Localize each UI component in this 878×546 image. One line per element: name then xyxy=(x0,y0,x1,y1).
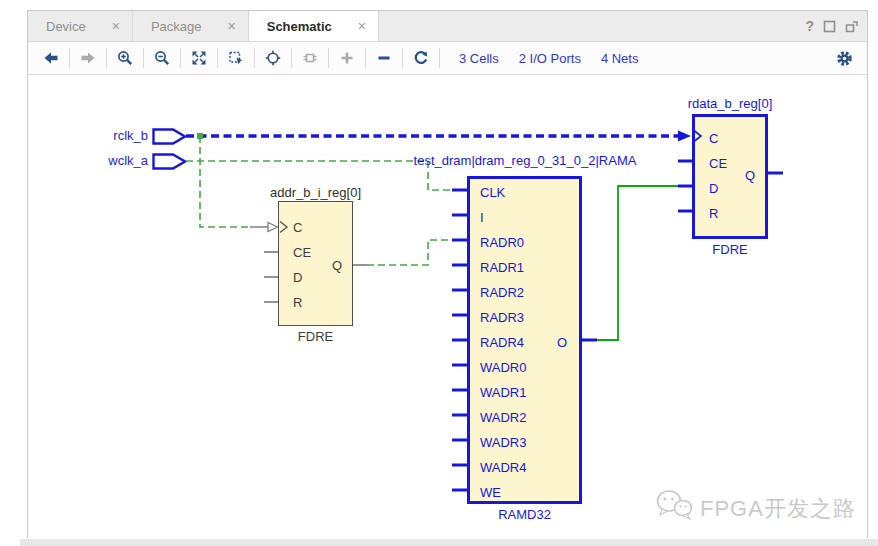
tab-package[interactable]: Package × xyxy=(133,11,249,41)
pin-label-wadr4[interactable]: WADR4 xyxy=(480,459,526,477)
window-shadow xyxy=(20,539,878,546)
net-ram-o[interactable] xyxy=(596,186,679,340)
pin-label-r[interactable]: R xyxy=(709,205,718,223)
pin-label-i[interactable]: I xyxy=(480,209,484,227)
chip-icon xyxy=(302,50,318,66)
pin-label-radr0[interactable]: RADR0 xyxy=(480,234,524,252)
toolbar-separator xyxy=(254,48,255,68)
forward-arrow-icon xyxy=(80,50,96,66)
zoom-in-icon xyxy=(117,50,133,66)
cell-title-rdata-b-reg[interactable]: rdata_b_reg[0] xyxy=(650,96,810,112)
tab-bar: Device × Package × Schematic × ? xyxy=(28,11,867,42)
toolbar-separator xyxy=(291,48,292,68)
cell-title-ram[interactable]: test_dram|dram_reg_0_31_0_2|RAMA xyxy=(389,153,661,169)
net-open-arrowhead xyxy=(268,223,278,232)
tab-device[interactable]: Device × xyxy=(28,11,133,41)
pin-label-wadr3[interactable]: WADR3 xyxy=(480,434,526,452)
cell-rdata-b-reg[interactable]: C CE D R Q xyxy=(692,114,768,239)
input-port-wclk-a[interactable] xyxy=(152,153,187,170)
maximize-icon[interactable] xyxy=(823,20,836,33)
minus-icon xyxy=(376,50,392,66)
cell-type-fdre: FDRE xyxy=(278,329,353,345)
back-button[interactable] xyxy=(38,46,64,70)
pin-label-wadr0[interactable]: WADR0 xyxy=(480,359,526,377)
port-label-wclk-a[interactable]: wclk_a xyxy=(68,153,148,169)
close-icon[interactable]: × xyxy=(228,18,236,34)
settings-button[interactable] xyxy=(831,46,857,70)
port-label-rclk-b[interactable]: rclk_b xyxy=(68,128,148,144)
cells-link[interactable]: 3 Cells xyxy=(459,51,499,66)
wechat-icon xyxy=(654,488,696,522)
pin-label-clk[interactable]: CLK xyxy=(480,184,505,202)
tab-package-label: Package xyxy=(151,19,202,34)
cell-addr-b-i-reg[interactable]: C CE D R Q xyxy=(278,201,353,326)
add-button[interactable] xyxy=(334,46,360,70)
zoom-out-icon xyxy=(154,50,170,66)
schematic-window: Device × Package × Schematic × ? xyxy=(27,10,868,538)
pin-label-ce[interactable]: CE xyxy=(709,155,727,173)
toolbar-separator xyxy=(180,48,181,68)
pin-label-q[interactable]: Q xyxy=(332,257,342,275)
schematic-canvas[interactable]: rclk_b wclk_a C CE D R Q addr_b_i_reg[0]… xyxy=(28,75,867,538)
io-ports-link[interactable]: 2 I/O Ports xyxy=(519,51,581,66)
pin-label-wadr1[interactable]: WADR1 xyxy=(480,384,526,402)
pin-label-d[interactable]: D xyxy=(293,269,302,287)
net-addr-q[interactable] xyxy=(367,240,452,265)
net-arrowhead xyxy=(678,131,691,142)
expand-cone-button[interactable] xyxy=(297,46,323,70)
remove-button[interactable] xyxy=(371,46,397,70)
help-icon[interactable]: ? xyxy=(805,18,814,34)
zoom-selection-button[interactable] xyxy=(223,46,249,70)
pin-label-we[interactable]: WE xyxy=(480,484,501,502)
pin-label-o[interactable]: O xyxy=(557,334,567,352)
pin-label-c[interactable]: C xyxy=(709,130,718,148)
autofit-crosshair-icon xyxy=(265,50,281,66)
window-controls: ? xyxy=(805,11,859,41)
zoom-in-button[interactable] xyxy=(112,46,138,70)
toolbar-separator xyxy=(143,48,144,68)
pin-label-radr4[interactable]: RADR4 xyxy=(480,334,524,352)
cell-ram-rama[interactable]: CLK I RADR0 RADR1 RADR2 RADR3 RADR4 WADR… xyxy=(467,176,582,504)
pin-label-radr2[interactable]: RADR2 xyxy=(480,284,524,302)
pin-label-q[interactable]: Q xyxy=(745,167,755,185)
toolbar-stats: 3 Cells 2 I/O Ports 4 Nets xyxy=(459,51,638,66)
input-port-rclk-b[interactable] xyxy=(152,128,187,145)
toolbar-separator xyxy=(106,48,107,68)
zoom-fit-button[interactable] xyxy=(186,46,212,70)
regenerate-button[interactable] xyxy=(408,46,434,70)
pin-label-wadr2[interactable]: WADR2 xyxy=(480,409,526,427)
refresh-icon xyxy=(413,50,429,66)
pin-label-radr1[interactable]: RADR1 xyxy=(480,259,524,277)
pin-label-c[interactable]: C xyxy=(293,219,302,237)
zoom-selection-icon xyxy=(228,50,244,66)
close-icon[interactable]: × xyxy=(358,18,366,34)
toolbar-separator xyxy=(69,48,70,68)
float-icon[interactable] xyxy=(845,19,859,33)
page: Device × Package × Schematic × ? xyxy=(0,0,878,546)
cell-type-fdre: FDRE xyxy=(692,242,768,258)
pin-label-ce[interactable]: CE xyxy=(293,244,311,262)
close-icon[interactable]: × xyxy=(112,18,120,34)
zoom-out-button[interactable] xyxy=(149,46,175,70)
toolbar-separator xyxy=(402,48,403,68)
tab-schematic-label: Schematic xyxy=(267,19,332,34)
cell-title-addr-b-i-reg[interactable]: addr_b_i_reg[0] xyxy=(238,185,393,201)
nets-link[interactable]: 4 Nets xyxy=(601,51,639,66)
toolbar-separator xyxy=(217,48,218,68)
pin-label-radr3[interactable]: RADR3 xyxy=(480,309,524,327)
toolbar: 3 Cells 2 I/O Ports 4 Nets xyxy=(28,42,867,75)
toolbar-separator xyxy=(439,48,440,68)
tab-schematic[interactable]: Schematic × xyxy=(249,11,379,41)
gear-icon xyxy=(836,50,853,67)
forward-button[interactable] xyxy=(75,46,101,70)
pin-label-d[interactable]: D xyxy=(709,180,718,198)
autofit-selection-button[interactable] xyxy=(260,46,286,70)
toolbar-separator xyxy=(328,48,329,68)
watermark-text: FPGA开发之路 xyxy=(700,494,856,524)
net-rclk-branch[interactable] xyxy=(200,136,250,227)
back-arrow-icon xyxy=(43,50,59,66)
pin-label-r[interactable]: R xyxy=(293,294,302,312)
zoom-fit-icon xyxy=(191,50,207,66)
cell-type-ramd32: RAMD32 xyxy=(467,507,582,523)
toolbar-separator xyxy=(365,48,366,68)
